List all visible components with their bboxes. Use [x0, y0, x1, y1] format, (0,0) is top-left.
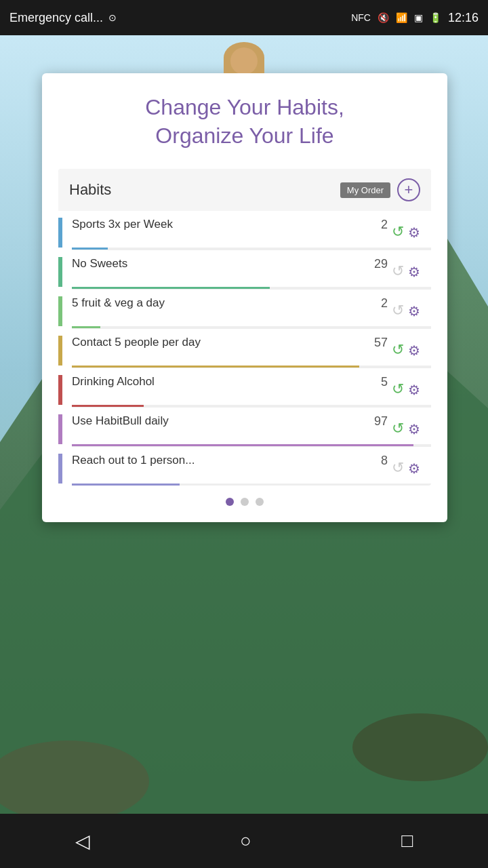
- avatar: [224, 42, 264, 73]
- habit-progress-fill: [72, 326, 100, 328]
- habit-item: Use HabitBull daily 97 ↺ ⚙: [58, 408, 431, 447]
- habit-refresh-icon[interactable]: ↺: [392, 302, 404, 319]
- habit-item: 5 fruit & veg a day 2 ↺ ⚙: [58, 290, 431, 329]
- habit-refresh-icon[interactable]: ↺: [392, 420, 404, 437]
- mute-icon: 🔇: [378, 12, 389, 23]
- wifi-icon: 📶: [396, 12, 407, 23]
- habit-name: No Sweets: [72, 257, 363, 287]
- habits-section: Habits My Order + Sports 3x per Week 2 ↺…: [58, 169, 431, 486]
- battery-icon: 🔋: [430, 12, 441, 23]
- habit-progress-bar: [72, 287, 431, 289]
- habit-gear-icon[interactable]: ⚙: [408, 264, 420, 280]
- emergency-call-label: Emergency call...: [9, 11, 103, 25]
- status-bar-left: Emergency call... ⊙: [9, 11, 117, 25]
- habit-color-indicator: [58, 336, 62, 366]
- main-card: Change Your Habits, Organize Your Life H…: [42, 73, 447, 522]
- habit-progress-fill: [72, 405, 144, 407]
- habit-name: Drinking Alcohol: [72, 375, 363, 405]
- bottom-nav: ◁ ○ □: [0, 814, 488, 868]
- pagination: [58, 498, 431, 506]
- home-button[interactable]: ○: [220, 823, 272, 859]
- habit-color-indicator: [58, 218, 62, 248]
- habit-name: Sports 3x per Week: [72, 218, 363, 248]
- habit-color-indicator: [58, 414, 62, 444]
- habit-gear-icon[interactable]: ⚙: [408, 460, 420, 477]
- habit-count: 5: [363, 375, 388, 405]
- habit-color-indicator: [58, 296, 62, 326]
- habit-item: Contact 5 people per day 57 ↺ ⚙: [58, 329, 431, 368]
- habit-name: Reach out to 1 person...: [72, 454, 363, 484]
- habit-gear-icon[interactable]: ⚙: [408, 421, 420, 437]
- habit-item: No Sweets 29 ↺ ⚙: [58, 250, 431, 290]
- back-button[interactable]: ◁: [55, 823, 110, 859]
- habit-count: 2: [363, 218, 388, 248]
- habit-gear-icon[interactable]: ⚙: [408, 382, 420, 398]
- habit-progress-bar: [72, 248, 431, 250]
- habit-count: 57: [363, 336, 388, 366]
- habit-progress-fill: [72, 248, 108, 250]
- recent-button[interactable]: □: [381, 823, 433, 859]
- status-icons: NFC 🔇 📶 ▣ 🔋 12:16: [351, 11, 479, 25]
- habits-header: Habits My Order +: [58, 169, 431, 211]
- habit-item: Drinking Alcohol 5 ↺ ⚙: [58, 368, 431, 408]
- sim-icon: ▣: [414, 12, 423, 23]
- habit-gear-icon[interactable]: ⚙: [408, 342, 420, 359]
- habit-color-indicator: [58, 257, 62, 287]
- habit-refresh-icon[interactable]: ↺: [392, 380, 404, 398]
- nfc-icon: NFC: [351, 12, 371, 23]
- time-display: 12:16: [448, 11, 479, 25]
- habits-list: Sports 3x per Week 2 ↺ ⚙ No Sweets 29 ↺ …: [58, 211, 431, 486]
- habit-progress-bar: [72, 405, 431, 407]
- add-habit-button[interactable]: +: [397, 178, 420, 201]
- habit-progress-fill: [72, 484, 180, 486]
- habit-count: 2: [363, 296, 388, 326]
- habit-count: 8: [363, 454, 388, 484]
- habit-gear-icon[interactable]: ⚙: [408, 303, 420, 319]
- habit-progress-fill: [72, 366, 359, 368]
- habit-name: Contact 5 people per day: [72, 336, 363, 366]
- pagination-dot-1[interactable]: [226, 498, 234, 506]
- habit-progress-bar: [72, 444, 431, 446]
- habit-count: 97: [363, 414, 388, 444]
- svg-point-4: [352, 713, 488, 781]
- habits-title: Habits: [69, 181, 111, 199]
- habit-name: 5 fruit & veg a day: [72, 296, 363, 326]
- habits-header-controls: My Order +: [340, 178, 420, 201]
- my-order-button[interactable]: My Order: [340, 182, 390, 198]
- status-bar: Emergency call... ⊙ NFC 🔇 📶 ▣ 🔋 12:16: [0, 0, 488, 35]
- habit-count: 29: [363, 257, 388, 287]
- habit-item: Sports 3x per Week 2 ↺ ⚙: [58, 211, 431, 250]
- habit-name: Use HabitBull daily: [72, 414, 363, 444]
- app-title: Change Your Habits, Organize Your Life: [58, 94, 431, 150]
- habit-progress-bar: [72, 366, 431, 368]
- habit-refresh-icon[interactable]: ↺: [392, 223, 404, 241]
- pagination-dot-3[interactable]: [256, 498, 264, 506]
- habit-refresh-icon[interactable]: ↺: [392, 459, 404, 477]
- android-icon: ⊙: [108, 12, 117, 23]
- habit-color-indicator: [58, 454, 62, 484]
- habit-refresh-icon[interactable]: ↺: [392, 262, 404, 280]
- pagination-dot-2[interactable]: [241, 498, 249, 506]
- habit-progress-bar: [72, 326, 431, 328]
- habit-progress-fill: [72, 287, 270, 289]
- habit-progress-fill: [72, 444, 413, 446]
- habit-progress-bar: [72, 484, 431, 486]
- habit-refresh-icon[interactable]: ↺: [392, 341, 404, 359]
- habit-color-indicator: [58, 375, 62, 405]
- habit-gear-icon[interactable]: ⚙: [408, 224, 420, 241]
- habit-item: Reach out to 1 person... 8 ↺ ⚙: [58, 447, 431, 486]
